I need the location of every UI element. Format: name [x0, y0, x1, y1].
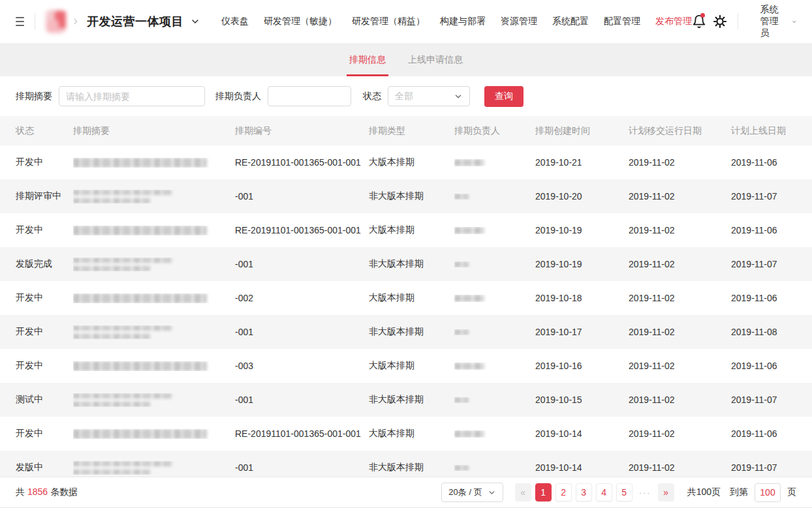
cell-handover-date: 2019-11-02	[629, 293, 731, 303]
table-row[interactable]: 发版完成-001非大版本排期2019-10-192019-11-022019-1…	[0, 247, 812, 281]
cell-created: 2019-10-15	[535, 395, 629, 405]
cell-online-date: 2019-11-06	[731, 293, 812, 303]
redacted-owner	[454, 363, 484, 370]
cell-number: -002	[235, 293, 369, 303]
col-header-owner: 排期负责人	[454, 125, 535, 137]
cell-created: 2019-10-16	[535, 361, 629, 371]
cell-type: 大版本排期	[369, 224, 454, 236]
status-select[interactable]: 全部	[388, 86, 470, 106]
divider	[35, 13, 35, 30]
cell-number: -001	[235, 462, 369, 473]
cell-summary	[73, 158, 235, 168]
cell-summary	[73, 361, 235, 371]
goto-page-input[interactable]	[755, 483, 781, 502]
pagination-page-2[interactable]: 2	[555, 483, 572, 501]
cell-status: 发版完成	[16, 258, 73, 270]
status-select-value: 全部	[395, 91, 413, 102]
header-right: 系统管理员	[692, 4, 796, 39]
table-row[interactable]: 开发中-003大版本排期2019-10-162019-11-022019-11-…	[0, 349, 812, 383]
pagination: « 1 2 3 4 5 ··· »	[515, 483, 674, 501]
col-header-summary: 排期摘要	[73, 125, 235, 137]
table-row[interactable]: 开发中RE-20191101-001365-001-001大版本排期2019-1…	[0, 213, 812, 247]
bell-icon[interactable]	[692, 12, 706, 31]
cell-online-date: 2019-11-06	[731, 428, 812, 439]
pagination-page-3[interactable]: 3	[576, 483, 592, 501]
cell-created: 2019-10-20	[535, 191, 629, 202]
cell-type: 非大版本排期	[369, 326, 454, 338]
page-size-select[interactable]: 20条 / 页	[441, 483, 503, 502]
pagination-page-1[interactable]: 1	[535, 483, 552, 501]
cell-owner	[454, 227, 535, 234]
pagination-prev-button[interactable]: «	[515, 483, 531, 501]
table-row[interactable]: 发版中-001非大版本排期2019-10-142019-11-022019-11…	[0, 451, 812, 477]
cell-number: RE-20191101-001365-001-001	[235, 225, 369, 235]
tab-launch-request-info[interactable]: 上线申请信息	[405, 43, 465, 76]
cell-type: 大版本排期	[369, 157, 454, 168]
search-button[interactable]: 查询	[484, 86, 523, 107]
nav-item-rd-lean[interactable]: 研发管理（精益）	[352, 16, 425, 27]
summary-filter-input[interactable]	[59, 86, 205, 106]
notification-badge	[700, 13, 705, 18]
cell-handover-date: 2019-11-02	[629, 395, 731, 405]
redacted-summary	[73, 325, 172, 331]
summary-filter-label: 排期摘要	[16, 91, 52, 102]
redacted-summary	[73, 266, 150, 271]
nav-item-system-config[interactable]: 系统配置	[552, 16, 589, 27]
chevron-down-icon	[488, 488, 496, 497]
redacted-owner	[454, 397, 469, 403]
table-row[interactable]: 开发中-002大版本排期2019-10-182019-11-022019-11-…	[0, 281, 812, 315]
nav-item-rd-agile[interactable]: 研发管理（敏捷）	[264, 16, 337, 27]
chevron-down-icon	[454, 92, 463, 101]
redacted-summary	[73, 190, 172, 195]
pagination-page-4[interactable]: 4	[596, 483, 612, 501]
cell-status: 开发中	[16, 326, 73, 338]
redacted-owner	[454, 295, 484, 302]
cell-status: 发版中	[16, 462, 73, 473]
filter-bar: 排期摘要 排期负责人 状态 全部 查询	[0, 76, 812, 116]
redacted-summary	[73, 393, 172, 398]
gear-icon[interactable]	[713, 12, 727, 31]
pagination-ellipsis: ···	[636, 488, 654, 498]
cell-status: 排期评审中	[16, 190, 73, 202]
table-row[interactable]: 测试中-001非大版本排期2019-10-152019-11-022019-11…	[0, 383, 812, 417]
cell-summary	[73, 190, 235, 203]
cell-summary	[73, 461, 235, 475]
cell-handover-date: 2019-11-02	[629, 361, 731, 371]
project-switcher-chevron-down-icon[interactable]	[190, 16, 200, 27]
redacted-summary	[73, 402, 150, 407]
cell-number: RE-20191101-001365-001-001	[235, 428, 369, 439]
nav-item-config-mgmt[interactable]: 配置管理	[604, 16, 640, 27]
table-row[interactable]: 排期评审中-001非大版本排期2019-10-202019-11-022019-…	[0, 179, 812, 213]
cell-number: -001	[235, 259, 369, 269]
cell-owner	[454, 329, 535, 335]
cell-summary	[73, 226, 235, 235]
cell-summary	[73, 429, 235, 439]
nav-item-build-deploy[interactable]: 构建与部署	[440, 16, 486, 27]
table-row[interactable]: 开发中RE-20191101-001365-001-001大版本排期2019-1…	[0, 145, 812, 179]
cell-created: 2019-10-21	[535, 157, 629, 168]
redacted-summary	[73, 226, 207, 235]
cell-created: 2019-10-19	[535, 259, 629, 269]
nav-item-dashboard[interactable]: 仪表盘	[221, 16, 249, 27]
cell-created: 2019-10-14	[535, 428, 629, 439]
nav-item-resource[interactable]: 资源管理	[501, 16, 537, 27]
cell-summary	[73, 393, 235, 407]
menu-icon[interactable]	[16, 17, 24, 26]
pagination-page-5[interactable]: 5	[616, 483, 632, 501]
owner-filter-input[interactable]	[268, 86, 351, 106]
chevron-down-icon	[792, 17, 796, 27]
nav-item-release-mgmt[interactable]: 发布管理	[655, 16, 692, 27]
app-logo[interactable]	[46, 10, 66, 33]
cell-number: -001	[235, 191, 369, 202]
table-row[interactable]: 开发中-001非大版本排期2019-10-172019-11-022019-11…	[0, 315, 812, 349]
redacted-summary	[73, 334, 150, 339]
pagination-next-button[interactable]: »	[658, 483, 674, 501]
cell-type: 非大版本排期	[369, 190, 454, 202]
user-menu[interactable]: 系统管理员	[760, 4, 796, 39]
col-header-type: 排期类型	[369, 125, 454, 137]
cell-owner	[454, 159, 535, 166]
tab-schedule-info[interactable]: 排期信息	[347, 43, 388, 76]
table-row[interactable]: 开发中RE-20191101-001365-001-001大版本排期2019-1…	[0, 417, 812, 451]
redacted-owner	[454, 159, 484, 166]
app-header: 开发运营一体项目 仪表盘 研发管理（敏捷） 研发管理（精益） 构建与部署 资源管…	[0, 0, 812, 43]
